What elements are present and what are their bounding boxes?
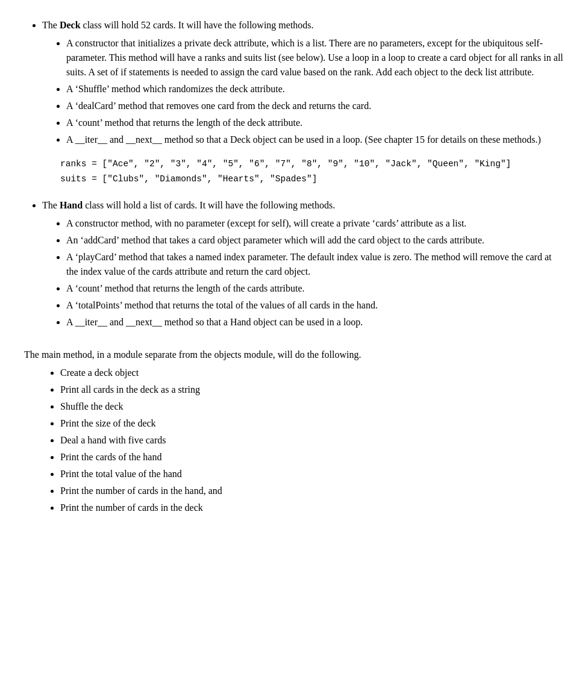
main-item-8: Print the number of cards in the hand, a… [60, 484, 564, 498]
main-item-3: Shuffle the deck [60, 399, 564, 414]
deck-method-1-text: A constructor that initializes a private… [66, 38, 563, 77]
deck-method-4-text: A ‘count’ method that returns the length… [66, 117, 302, 128]
deck-code-block: ranks = ["Ace", "2", "3", "4", "5", "6",… [60, 157, 564, 186]
hand-method-6-text: A __iter__ and __next__ method so that a… [66, 317, 363, 327]
hand-method-2: An ‘addCard’ method that takes a card ob… [66, 233, 564, 248]
main-outer-list: The Deck class will hold 52 cards. It wi… [24, 18, 564, 330]
hand-method-5-text: A ‘totalPoints’ method that returns the … [66, 300, 378, 310]
deck-code-line-1: ranks = ["Ace", "2", "3", "4", "5", "6",… [60, 157, 564, 172]
deck-methods-list: A constructor that initializes a private… [42, 36, 564, 147]
hand-method-1-text: A constructor method, with no parameter … [66, 218, 466, 228]
hand-method-4-text: A ‘count’ method that returns the length… [66, 283, 305, 293]
hand-method-1: A constructor method, with no parameter … [66, 216, 564, 231]
deck-method-2-text: A ‘Shuffle’ method which randomizes the … [66, 84, 285, 94]
main-section: The main method, in a module separate fr… [24, 348, 564, 515]
deck-method-5-text: A __iter__ and __next__ method so that a… [66, 134, 541, 145]
main-item-1: Create a deck object [60, 366, 564, 380]
main-item-4: Print the size of the deck [60, 416, 564, 431]
main-items-list: Create a deck object Print all cards in … [24, 366, 564, 515]
hand-list-item: The Hand class will hold a list of cards… [42, 198, 564, 330]
hand-method-4: A ‘count’ method that returns the length… [66, 281, 564, 296]
hand-intro-text: The Hand class will hold a list of cards… [42, 200, 335, 210]
deck-class-name: Deck [60, 20, 81, 30]
main-item-6: Print the cards of the hand [60, 450, 564, 464]
deck-method-3: A ‘dealCard’ method that removes one car… [66, 99, 564, 113]
main-item-9: Print the number of cards in the deck [60, 501, 564, 515]
hand-method-5: A ‘totalPoints’ method that returns the … [66, 298, 564, 313]
main-item-2: Print all cards in the deck as a string [60, 383, 564, 397]
deck-method-3-text: A ‘dealCard’ method that removes one car… [66, 101, 371, 111]
hand-method-3-text: A ‘playCard’ method that takes a named i… [66, 252, 552, 277]
hand-class-name: Hand [60, 200, 83, 210]
deck-intro-cont: class will hold 52 cards. It will have t… [81, 20, 314, 30]
deck-method-4: A ‘count’ method that returns the length… [66, 116, 564, 130]
hand-method-2-text: An ‘addCard’ method that takes a card ob… [66, 235, 484, 245]
hand-methods-list: A constructor method, with no parameter … [42, 216, 564, 330]
deck-intro-text: The Deck class will hold 52 cards. It wi… [42, 20, 314, 30]
main-item-5: Deal a hand with five cards [60, 433, 564, 448]
deck-list-item: The Deck class will hold 52 cards. It wi… [42, 18, 564, 186]
hand-method-3: A ‘playCard’ method that takes a named i… [66, 250, 564, 279]
main-intro: The main method, in a module separate fr… [24, 348, 564, 362]
deck-code-line-2: suits = ["Clubs", "Diamonds", "Hearts", … [60, 172, 564, 187]
deck-method-2: A ‘Shuffle’ method which randomizes the … [66, 82, 564, 96]
deck-method-5: A __iter__ and __next__ method so that a… [66, 133, 564, 147]
main-item-7: Print the total value of the hand [60, 467, 564, 481]
hand-intro-cont: class will hold a list of cards. It will… [83, 200, 335, 210]
hand-method-6: A __iter__ and __next__ method so that a… [66, 315, 564, 330]
deck-method-1: A constructor that initializes a private… [66, 36, 564, 80]
